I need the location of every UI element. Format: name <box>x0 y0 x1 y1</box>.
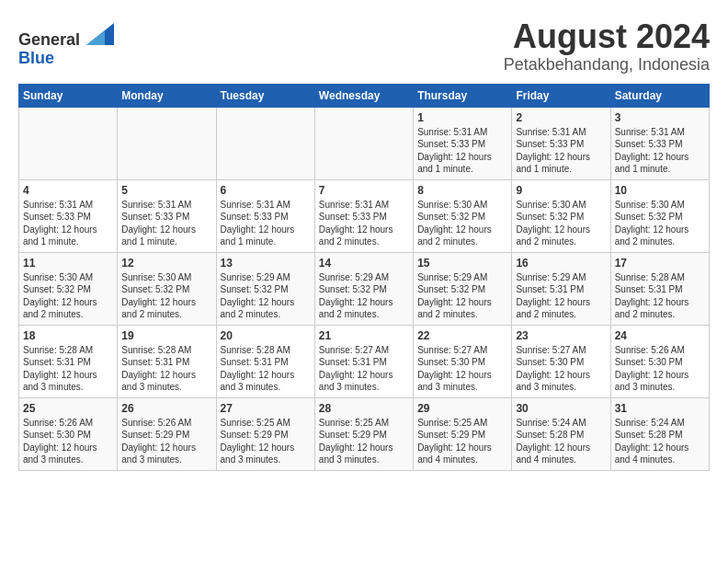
calendar-cell: 28Sunrise: 5:25 AM Sunset: 5:29 PM Dayli… <box>314 397 413 470</box>
day-number: 22 <box>417 329 507 342</box>
calendar-cell: 30Sunrise: 5:24 AM Sunset: 5:28 PM Dayli… <box>512 397 610 470</box>
calendar-cell: 7Sunrise: 5:31 AM Sunset: 5:33 PM Daylig… <box>314 179 413 252</box>
calendar-cell: 12Sunrise: 5:30 AM Sunset: 5:32 PM Dayli… <box>118 252 216 325</box>
day-info: Sunrise: 5:27 AM Sunset: 5:30 PM Dayligh… <box>417 344 507 394</box>
day-info: Sunrise: 5:31 AM Sunset: 5:33 PM Dayligh… <box>221 199 311 248</box>
day-number: 2 <box>516 111 606 124</box>
logo-general: General <box>18 30 80 49</box>
day-header-tuesday: Tuesday <box>216 84 314 107</box>
logo-blue: Blue <box>18 49 54 67</box>
day-number: 16 <box>516 257 606 270</box>
day-number: 26 <box>121 402 211 415</box>
day-number: 28 <box>319 402 409 415</box>
day-number: 13 <box>221 257 311 270</box>
logo-icon <box>86 23 114 45</box>
day-info: Sunrise: 5:25 AM Sunset: 5:29 PM Dayligh… <box>319 417 409 466</box>
day-number: 23 <box>516 329 606 342</box>
day-info: Sunrise: 5:31 AM Sunset: 5:33 PM Dayligh… <box>417 126 507 176</box>
week-row-3: 11Sunrise: 5:30 AM Sunset: 5:32 PM Dayli… <box>19 252 710 325</box>
calendar-cell: 19Sunrise: 5:28 AM Sunset: 5:31 PM Dayli… <box>118 325 216 397</box>
day-info: Sunrise: 5:31 AM Sunset: 5:33 PM Dayligh… <box>516 126 606 176</box>
day-info: Sunrise: 5:29 AM Sunset: 5:32 PM Dayligh… <box>417 271 507 321</box>
day-info: Sunrise: 5:30 AM Sunset: 5:32 PM Dayligh… <box>121 271 211 321</box>
day-info: Sunrise: 5:31 AM Sunset: 5:33 PM Dayligh… <box>121 199 211 248</box>
calendar-cell: 23Sunrise: 5:27 AM Sunset: 5:30 PM Dayli… <box>512 325 610 397</box>
day-info: Sunrise: 5:25 AM Sunset: 5:29 PM Dayligh… <box>221 417 311 466</box>
calendar-cell <box>314 107 413 179</box>
day-info: Sunrise: 5:30 AM Sunset: 5:32 PM Dayligh… <box>23 271 113 321</box>
day-info: Sunrise: 5:26 AM Sunset: 5:30 PM Dayligh… <box>615 344 705 394</box>
day-number: 15 <box>417 257 507 270</box>
calendar-cell: 13Sunrise: 5:29 AM Sunset: 5:32 PM Dayli… <box>216 252 314 325</box>
svg-marker-1 <box>86 30 105 45</box>
day-info: Sunrise: 5:29 AM Sunset: 5:32 PM Dayligh… <box>319 271 409 321</box>
day-number: 6 <box>221 184 311 197</box>
calendar-cell <box>216 107 314 179</box>
day-info: Sunrise: 5:31 AM Sunset: 5:33 PM Dayligh… <box>319 199 409 248</box>
calendar-table: SundayMondayTuesdayWednesdayThursdayFrid… <box>18 84 710 471</box>
calendar-cell: 26Sunrise: 5:26 AM Sunset: 5:29 PM Dayli… <box>118 397 216 470</box>
calendar-cell: 10Sunrise: 5:30 AM Sunset: 5:32 PM Dayli… <box>610 179 709 252</box>
calendar-title: August 2024 <box>504 18 710 55</box>
calendar-cell: 29Sunrise: 5:25 AM Sunset: 5:29 PM Dayli… <box>414 397 512 470</box>
week-row-2: 4Sunrise: 5:31 AM Sunset: 5:33 PM Daylig… <box>19 179 710 252</box>
calendar-cell: 18Sunrise: 5:28 AM Sunset: 5:31 PM Dayli… <box>19 325 118 397</box>
week-row-4: 18Sunrise: 5:28 AM Sunset: 5:31 PM Dayli… <box>19 325 710 397</box>
day-header-row: SundayMondayTuesdayWednesdayThursdayFrid… <box>19 84 710 107</box>
day-info: Sunrise: 5:28 AM Sunset: 5:31 PM Dayligh… <box>221 344 311 394</box>
day-header-wednesday: Wednesday <box>314 84 413 107</box>
calendar-cell: 14Sunrise: 5:29 AM Sunset: 5:32 PM Dayli… <box>314 252 413 325</box>
calendar-cell: 16Sunrise: 5:29 AM Sunset: 5:31 PM Dayli… <box>512 252 610 325</box>
day-number: 11 <box>23 257 113 270</box>
week-row-1: 1Sunrise: 5:31 AM Sunset: 5:33 PM Daylig… <box>19 107 710 179</box>
day-info: Sunrise: 5:24 AM Sunset: 5:28 PM Dayligh… <box>516 417 606 466</box>
day-info: Sunrise: 5:31 AM Sunset: 5:33 PM Dayligh… <box>615 126 705 176</box>
day-info: Sunrise: 5:29 AM Sunset: 5:31 PM Dayligh… <box>516 271 606 321</box>
calendar-cell: 4Sunrise: 5:31 AM Sunset: 5:33 PM Daylig… <box>19 179 118 252</box>
day-number: 18 <box>23 329 113 342</box>
calendar-cell <box>19 107 118 179</box>
day-info: Sunrise: 5:28 AM Sunset: 5:31 PM Dayligh… <box>23 344 113 394</box>
day-number: 4 <box>23 184 113 197</box>
day-number: 3 <box>615 111 705 124</box>
calendar-cell: 5Sunrise: 5:31 AM Sunset: 5:33 PM Daylig… <box>118 179 216 252</box>
day-header-saturday: Saturday <box>610 84 709 107</box>
day-info: Sunrise: 5:26 AM Sunset: 5:30 PM Dayligh… <box>23 417 113 466</box>
day-number: 19 <box>121 329 211 342</box>
calendar-cell: 17Sunrise: 5:28 AM Sunset: 5:31 PM Dayli… <box>610 252 709 325</box>
calendar-cell <box>118 107 216 179</box>
day-number: 10 <box>615 184 705 197</box>
day-number: 20 <box>221 329 311 342</box>
calendar-cell: 25Sunrise: 5:26 AM Sunset: 5:30 PM Dayli… <box>19 397 118 470</box>
calendar-cell: 2Sunrise: 5:31 AM Sunset: 5:33 PM Daylig… <box>512 107 610 179</box>
day-info: Sunrise: 5:30 AM Sunset: 5:32 PM Dayligh… <box>615 199 705 248</box>
day-header-monday: Monday <box>118 84 216 107</box>
day-info: Sunrise: 5:31 AM Sunset: 5:33 PM Dayligh… <box>23 199 113 248</box>
day-info: Sunrise: 5:28 AM Sunset: 5:31 PM Dayligh… <box>121 344 211 394</box>
day-info: Sunrise: 5:27 AM Sunset: 5:31 PM Dayligh… <box>319 344 409 394</box>
day-number: 14 <box>319 257 409 270</box>
day-info: Sunrise: 5:28 AM Sunset: 5:31 PM Dayligh… <box>615 271 705 321</box>
calendar-cell: 11Sunrise: 5:30 AM Sunset: 5:32 PM Dayli… <box>19 252 118 325</box>
week-row-5: 25Sunrise: 5:26 AM Sunset: 5:30 PM Dayli… <box>19 397 710 470</box>
day-info: Sunrise: 5:25 AM Sunset: 5:29 PM Dayligh… <box>417 417 507 466</box>
page-header: General Blue August 2024 Petakbehandang,… <box>18 18 710 75</box>
day-number: 27 <box>221 402 311 415</box>
day-number: 1 <box>417 111 507 124</box>
calendar-cell: 8Sunrise: 5:30 AM Sunset: 5:32 PM Daylig… <box>414 179 512 252</box>
day-header-thursday: Thursday <box>414 84 512 107</box>
calendar-cell: 31Sunrise: 5:24 AM Sunset: 5:28 PM Dayli… <box>610 397 709 470</box>
calendar-cell: 1Sunrise: 5:31 AM Sunset: 5:33 PM Daylig… <box>414 107 512 179</box>
calendar-subtitle: Petakbehandang, Indonesia <box>504 55 710 75</box>
day-number: 12 <box>121 257 211 270</box>
logo: General Blue <box>18 23 112 68</box>
calendar-cell: 22Sunrise: 5:27 AM Sunset: 5:30 PM Dayli… <box>414 325 512 397</box>
day-number: 30 <box>516 402 606 415</box>
day-info: Sunrise: 5:30 AM Sunset: 5:32 PM Dayligh… <box>516 199 606 248</box>
calendar-cell: 15Sunrise: 5:29 AM Sunset: 5:32 PM Dayli… <box>414 252 512 325</box>
calendar-cell: 3Sunrise: 5:31 AM Sunset: 5:33 PM Daylig… <box>610 107 709 179</box>
day-number: 17 <box>615 257 705 270</box>
calendar-cell: 27Sunrise: 5:25 AM Sunset: 5:29 PM Dayli… <box>216 397 314 470</box>
day-number: 25 <box>23 402 113 415</box>
calendar-cell: 9Sunrise: 5:30 AM Sunset: 5:32 PM Daylig… <box>512 179 610 252</box>
